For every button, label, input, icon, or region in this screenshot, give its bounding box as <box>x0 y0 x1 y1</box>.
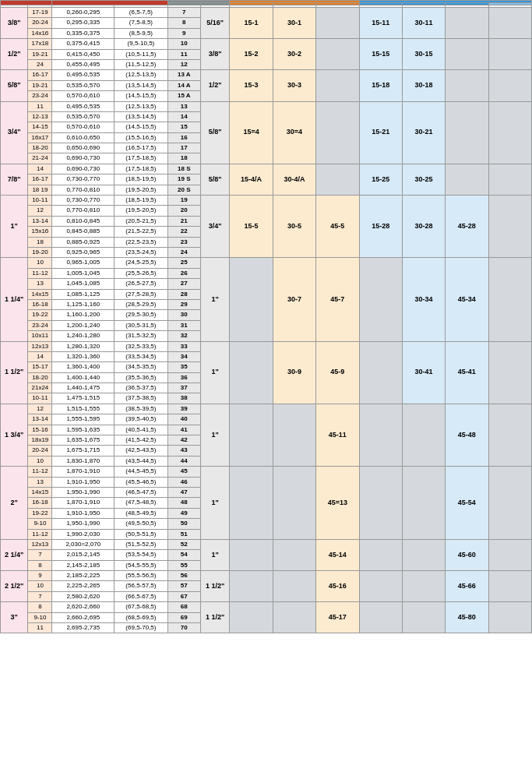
tube-size-cell: 5/8" <box>1 70 28 101</box>
col45-cell <box>446 164 488 195</box>
jaw45-cell: 45-5 <box>316 196 359 258</box>
bwg-cell: 16x17 <box>28 132 52 143</box>
inch-cell: 0,295-0,335 <box>52 18 115 28</box>
col15-cell <box>359 539 402 570</box>
mm-cell: (24,5-25,5) <box>115 258 168 268</box>
jaw15-cell <box>230 341 273 404</box>
model-cell: 32 <box>167 331 200 341</box>
inch-cell: 1,280-1,320 <box>52 341 115 351</box>
col45-cell: 45-60 <box>446 539 488 570</box>
inch-cell: 1,240-1,280 <box>52 331 115 341</box>
inch-cell: 0,260-0,295 <box>52 8 115 18</box>
tube-size-cell: 3" <box>1 602 28 633</box>
inch-cell: 0,610-0,650 <box>52 132 115 143</box>
col-extra-cell <box>488 571 531 602</box>
col30-cell: 30-28 <box>402 196 445 258</box>
mm-cell: (41,5-42,5) <box>115 435 168 446</box>
col30-cell <box>402 602 445 633</box>
mm-cell: (36,5-37,5) <box>115 383 168 393</box>
mm-cell: (25,5-26,5) <box>115 268 168 278</box>
inch-cell: 1,200-1,240 <box>52 320 115 330</box>
inch-cell: 0,650-0,690 <box>52 143 115 153</box>
model-cell: 13 A <box>167 70 200 80</box>
bwg-cell: 14 <box>28 164 52 174</box>
bwg-cell: 10-11 <box>28 196 52 206</box>
model-cell: 28 <box>167 289 200 299</box>
bwg-cell: 11-12 <box>28 467 52 477</box>
jaw45-cell <box>316 70 359 101</box>
inch-cell: 2,030=2,070 <box>52 539 115 549</box>
inch-cell: 1,675-1,715 <box>52 446 115 456</box>
col-extra-cell <box>488 404 531 466</box>
model-cell: 16 <box>167 132 200 143</box>
inch-cell: 1,440-1,475 <box>52 383 115 393</box>
model-cell: 55 <box>167 560 200 570</box>
bwg-cell: 16-17 <box>28 70 52 80</box>
inch-cell: 0,885-0,925 <box>52 237 115 247</box>
bwg-cell: 14x15 <box>28 289 52 299</box>
mm-cell: (67,5-68,5) <box>115 602 168 612</box>
square-size-cell: 1" <box>200 404 230 466</box>
square-size-cell: 5/16" <box>200 8 230 39</box>
jaw30-cell: 30-1 <box>273 8 315 39</box>
col-extra-cell <box>488 70 531 101</box>
mm-cell: (48,5-49,5) <box>115 508 168 518</box>
tube-size-cell: 1 1/2" <box>1 341 28 404</box>
jaw15-cell: 15-3 <box>230 70 273 101</box>
mm-cell: (19,5-20,5) <box>115 206 168 216</box>
inch-cell: 0,730-0,770 <box>52 175 115 185</box>
bwg-cell: 18-20 <box>28 143 52 153</box>
tube-size-cell: 1/2" <box>1 39 28 70</box>
jaw30-cell <box>273 404 315 466</box>
mm-cell: (15,5-16,5) <box>115 132 168 143</box>
square-size-cell: 1" <box>200 258 230 341</box>
bwg-cell: 18-20 <box>28 372 52 382</box>
inch-cell: 1,515-1,555 <box>52 404 115 414</box>
model-cell: 49 <box>167 508 200 518</box>
bwg-cell: 8 <box>28 602 52 612</box>
square-size-cell: 1" <box>200 539 230 570</box>
bwg-cell: 9 <box>28 571 52 581</box>
square-size-cell: 1" <box>200 467 230 540</box>
jaw15-cell <box>230 571 273 602</box>
bwg-cell: 16-17 <box>28 175 52 185</box>
inch-cell: 2,145-2,185 <box>52 560 115 570</box>
bwg-cell: 18 <box>28 237 52 247</box>
jaw45-cell <box>316 101 359 164</box>
bwg-cell: 17x18 <box>28 39 52 49</box>
jaw30-cell <box>273 571 315 602</box>
jaw30-cell <box>273 602 315 633</box>
mm-cell: (19,5-20,5) <box>115 185 168 195</box>
col30-cell: 30-21 <box>402 101 445 164</box>
table-row: 1"10-110,730-0,770(18,5-19,5)193/4"15-53… <box>1 196 532 206</box>
mm-cell: (12,5-13,5) <box>115 101 168 111</box>
mm-cell: (49,5-50,5) <box>115 519 168 529</box>
col15-cell <box>359 258 402 341</box>
jaw45-cell: 45-17 <box>316 602 359 633</box>
inch-cell: 0,690-0,730 <box>52 153 115 164</box>
col30-cell <box>402 539 445 570</box>
mm-cell: (53,5-54,5) <box>115 550 168 560</box>
mm-cell: (17,5-18,5) <box>115 164 168 174</box>
jaw45-cell: 45-16 <box>316 571 359 602</box>
bwg-cell: 18 19 <box>28 185 52 195</box>
model-cell: 67 <box>167 591 200 601</box>
jaw30-cell <box>273 467 315 540</box>
col-extra-cell <box>488 539 531 570</box>
model-cell: 44 <box>167 456 200 466</box>
model-cell: 40 <box>167 414 200 425</box>
mm-cell: (42,5-43,5) <box>115 446 168 456</box>
model-cell: 7 <box>167 8 200 18</box>
model-cell: 33 <box>167 341 200 351</box>
bwg-cell: 12x13 <box>28 539 52 549</box>
bwg-cell: 13 <box>28 279 52 289</box>
col45-cell: 45-48 <box>446 404 488 466</box>
col15-cell: 15-11 <box>359 8 402 39</box>
mm-cell: (26,5-27,5) <box>115 279 168 289</box>
jaw15-cell: 15-5 <box>230 196 273 258</box>
inch-cell: 0,770-0,810 <box>52 206 115 216</box>
bwg-cell: 11 <box>28 101 52 111</box>
mm-cell: (11,5-12,5) <box>115 59 168 69</box>
jaw15-cell: 15-2 <box>230 39 273 70</box>
col-extra-cell <box>488 39 531 70</box>
